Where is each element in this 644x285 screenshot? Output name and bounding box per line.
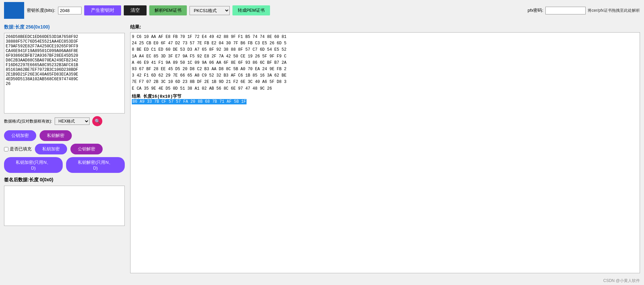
result-hex-content: 9 C6 10 AA AF E8 FB 70 1F 72 E4 49 42 88… <box>132 34 638 92</box>
pfx-area: pfx密码: 将cer/pfx证书拖拽至此处解析 <box>528 7 640 14</box>
data-input[interactable]: 266D58BEEDC1ED60DE53D3A7658F92 38888F57C… <box>4 33 125 113</box>
private-encrypt-button[interactable]: 私钥加密 <box>35 144 67 154</box>
search-icon: 🔍 <box>95 118 100 124</box>
search-button[interactable]: 🔍 <box>92 116 102 126</box>
app-container: 密钥长度(bits): 产生密钥对 清空 解析PEM证书 PKCS1格式 PKC… <box>0 0 644 285</box>
main-content: 数据:长度 256(0x100) 266D58BEEDC1ED60DE53D3A… <box>0 21 644 277</box>
padding-label: 是否已填充 <box>10 146 32 152</box>
encrypt-buttons: 公钥加密 私钥解密 是否已填充 私钥加密 公钥解密 私钥加密(只用N、D) 私钥… <box>4 129 125 174</box>
pfx-password-input[interactable] <box>545 7 586 14</box>
padding-checkbox-label: 是否已填充 <box>4 146 32 152</box>
sign-data-label: 签名后数据:长度 0(0x0) <box>4 177 125 183</box>
result-summary: 结果 长度16(0x10)字节 <box>132 93 638 99</box>
key-length-input[interactable] <box>58 7 82 14</box>
clear-button[interactable]: 清空 <box>124 5 147 15</box>
key-length-label: 密钥长度(bits): <box>27 7 55 13</box>
logo-square <box>4 2 24 19</box>
right-panel: 结果: 9 C6 10 AA AF E8 FB 70 1F 72 E4 49 4… <box>130 24 640 273</box>
data-format-select[interactable]: HEX格式 BASE64格式 ASCII格式 <box>55 117 90 125</box>
result-highlight-row: B6 A9 33 7B CF 57 57 FA 20 8B 68 7B 71 A… <box>132 99 638 104</box>
result-summary-text: 结果 长度16(0x10)字节 <box>132 94 181 99</box>
private-encrypt-nd-button[interactable]: 私钥加密(只用N、D) <box>4 157 63 173</box>
padding-checkbox[interactable] <box>4 147 8 151</box>
private-decrypt-nd-button[interactable]: 私钥解密(只用N、D) <box>66 157 125 173</box>
to-pem-button[interactable]: 转成PEM证书 <box>232 5 270 15</box>
format-label: 数据格式(仅对数据框有效): <box>4 118 52 124</box>
encrypt-row-2: 是否已填充 私钥加密 公钥解密 <box>4 144 125 154</box>
pfx-label: pfx密码: <box>528 7 543 13</box>
private-decrypt-button[interactable]: 私钥解密 <box>40 130 72 141</box>
public-encrypt-button[interactable]: 公钥加密 <box>4 130 36 141</box>
pfx-hint: 将cer/pfx证书拖拽至此处解析 <box>588 8 640 13</box>
pkcs-format-select[interactable]: PKCS1格式 PKCS8格式 <box>190 6 230 15</box>
data-length-label: 数据:长度 256(0x100) <box>4 24 125 30</box>
parse-pem-button[interactable]: 解析PEM证书 <box>149 5 187 15</box>
encrypt-row-3: 私钥加密(只用N、D) 私钥解密(只用N、D) <box>4 157 125 173</box>
format-row: 数据格式(仅对数据框有效): HEX格式 BASE64格式 ASCII格式 🔍 <box>4 116 125 126</box>
encrypt-row-1: 公钥加密 私钥解密 <box>4 130 125 141</box>
result-box: 9 C6 10 AA AF E8 FB 70 1F 72 E4 49 42 88… <box>130 32 640 273</box>
top-controls: 密钥长度(bits): 产生密钥对 清空 解析PEM证书 PKCS1格式 PKC… <box>0 0 644 21</box>
generate-keypair-button[interactable]: 产生密钥对 <box>84 5 121 15</box>
result-highlight-value: B6 A9 33 7B CF 57 57 FA 20 8B 68 7B 71 A… <box>132 99 247 104</box>
public-decrypt-button[interactable]: 公钥解密 <box>70 144 103 154</box>
footer: CSDN @小黄人软件 <box>0 277 644 285</box>
left-panel: 数据:长度 256(0x100) 266D58BEEDC1ED60DE53D3A… <box>4 24 125 273</box>
result-label: 结果: <box>130 24 640 30</box>
sign-data-output[interactable] <box>4 186 125 226</box>
